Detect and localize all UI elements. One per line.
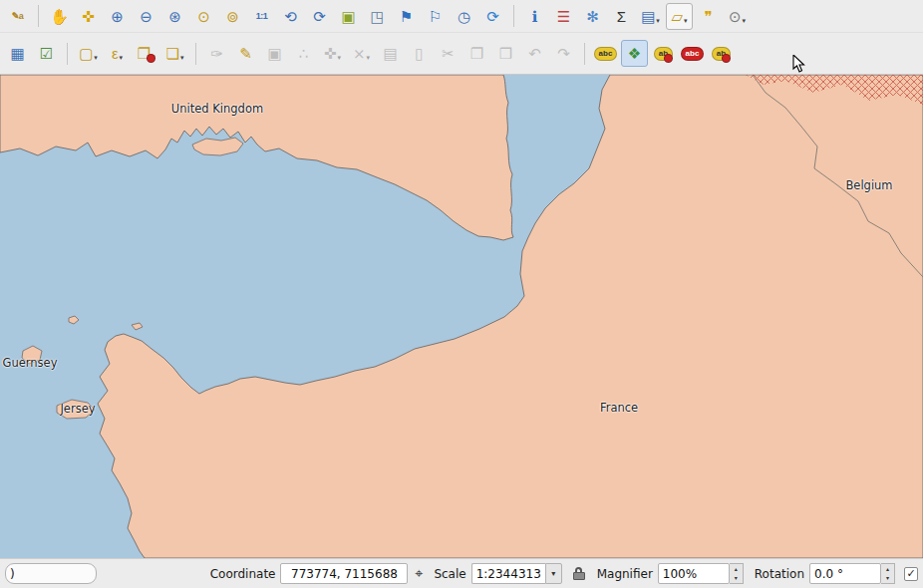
modify-attributes-button: ▤ — [377, 40, 404, 67]
map-label-guernsey: Guernsey — [3, 356, 58, 370]
redo-button: ↷ — [550, 40, 577, 67]
undo-icon: ↶ — [528, 46, 541, 61]
lock-scale-icon[interactable] — [573, 567, 586, 581]
zoom-native-resolution-button[interactable]: 1:1 — [248, 3, 275, 30]
new-map-view-button[interactable]: ▣ — [335, 3, 362, 30]
map-tips-button[interactable]: ❞ — [695, 3, 722, 30]
zoom-to-selection-icon: ⊙ — [197, 9, 210, 24]
map-label-france: France — [600, 401, 638, 415]
digitize-with-curve-button[interactable]: ☑ — [33, 40, 60, 67]
map-navigation-toolbar: ✎a✋✜⊕⊖⊛⊙⊚1:1⟲⟳▣◳⚑⚐◷⟳ℹ☰✻Σ▤▾▱▾❞⊙▾ — [0, 0, 923, 33]
zoom-native-resolution-icon: 1:1 — [256, 12, 268, 21]
copy-features-button: ❐ — [463, 40, 490, 67]
vertex-tool-dropdown-arrow[interactable]: ▾ — [367, 54, 371, 66]
cut-features-icon: ✂ — [442, 46, 455, 61]
pan-to-selection-button[interactable]: ✜ — [75, 3, 102, 30]
zoom-full-button[interactable]: ⊛ — [161, 3, 188, 30]
pin-unpin-labels-button[interactable]: ab — [650, 40, 677, 67]
zoom-in-icon: ⊕ — [111, 9, 124, 24]
measure-button[interactable]: ▱▾ — [666, 3, 693, 30]
select-by-expression-button[interactable]: ε▾ — [104, 40, 131, 67]
magnifier-spin-down-button[interactable]: ▾ — [730, 574, 743, 584]
magnifier-spinbox: ▴ ▾ — [658, 563, 744, 584]
new-map-view-icon: ▣ — [341, 9, 355, 24]
delete-selected-icon: ▯ — [415, 46, 423, 61]
zoom-in-button[interactable]: ⊕ — [104, 3, 131, 30]
map-svg — [0, 75, 923, 558]
pan-map-button[interactable]: ✋ — [46, 3, 73, 30]
delete-selected-button: ▯ — [406, 40, 433, 67]
zoom-out-button[interactable]: ⊖ — [133, 3, 159, 30]
copy-features-icon: ❐ — [470, 46, 483, 61]
deselect-features-button[interactable]: ❐▾ — [133, 40, 159, 67]
highlight-pinned-labels-button[interactable]: abc — [679, 40, 706, 67]
rotation-spin-up-button[interactable]: ▴ — [881, 564, 894, 574]
select-by-value-button[interactable]: ❏▾ — [161, 40, 188, 67]
toggle-editing-button[interactable]: ✎ — [232, 40, 259, 67]
new-3d-map-view-button[interactable]: ◳ — [364, 3, 391, 30]
select-by-value-dropdown-arrow[interactable]: ▾ — [180, 54, 184, 66]
move-label-diagram-red-dot-icon — [722, 54, 731, 63]
select-by-expression-icon: ε — [112, 46, 119, 61]
scale-dropdown-button[interactable]: ▾ — [545, 563, 562, 584]
show-bookmarks-button[interactable]: ⚐ — [422, 3, 449, 30]
rotation-input[interactable] — [809, 563, 881, 584]
select-features-button[interactable]: ▢▾ — [75, 40, 102, 67]
select-by-value-icon: ❏ — [166, 46, 179, 61]
magnifier-input[interactable] — [658, 563, 730, 584]
refresh-button[interactable]: ⟳ — [479, 3, 506, 30]
move-label-diagram-button[interactable]: ab — [708, 40, 735, 67]
save-edits-button: ▣ — [261, 40, 288, 67]
pan-to-selection-icon: ✜ — [82, 9, 95, 24]
new-spatial-bookmark-button[interactable]: ⚑ — [393, 3, 420, 30]
move-feature-dropdown-arrow[interactable]: ▾ — [338, 54, 342, 66]
change-label-icon: ✎a — [12, 12, 24, 21]
statistics-button[interactable]: ☰ — [550, 3, 577, 30]
open-attribute-table-icon: ▤ — [641, 9, 655, 24]
redo-icon: ↷ — [557, 46, 570, 61]
mouse-position-toggle-icon[interactable]: ⌖ — [415, 565, 423, 582]
measure-icon: ▱ — [671, 9, 683, 24]
caret-down-icon: ▾ — [551, 569, 555, 578]
zoom-full-icon: ⊛ — [168, 9, 181, 24]
temporal-controller-button[interactable]: ◷ — [451, 3, 477, 30]
render-checkbox[interactable]: ✓ — [904, 567, 918, 581]
digitizing-labeling-toolbar: ▦☑▢▾ε▾❐▾❏▾✑✎▣∴✜▾⨯▾▤▯✂❐❒↶↷abc❖ababcab — [0, 33, 923, 75]
refresh-icon: ⟳ — [486, 9, 499, 24]
statistical-summary-button[interactable]: Σ — [608, 3, 635, 30]
status-bar: Coordinate ⌖ Scale ▾ Magnifier ▴ ▾ Rotat… — [0, 558, 923, 588]
zoom-to-selection-button[interactable]: ⊙ — [190, 3, 217, 30]
rotation-spin-down-button[interactable]: ▾ — [881, 574, 894, 584]
web-search-button[interactable]: ⊙▾ — [724, 3, 751, 30]
measure-dropdown-arrow[interactable]: ▾ — [684, 17, 688, 29]
change-label-button[interactable]: ✎a — [4, 3, 31, 30]
zoom-next-button[interactable]: ⟳ — [306, 3, 333, 30]
toolbar-separator — [513, 5, 514, 27]
web-search-dropdown-arrow[interactable]: ▾ — [743, 17, 747, 29]
select-by-expression-dropdown-arrow[interactable]: ▾ — [120, 54, 124, 66]
scale-input[interactable] — [471, 563, 545, 584]
coordinate-input[interactable] — [280, 563, 408, 584]
scale-combo: ▾ — [471, 563, 562, 584]
zoom-out-icon: ⊖ — [140, 9, 153, 24]
layer-diagram-options-button[interactable]: ❖ — [621, 40, 648, 67]
checkmark-icon: ✓ — [906, 567, 915, 580]
pan-map-icon: ✋ — [50, 9, 69, 24]
open-attribute-table-button[interactable]: ▤▾ — [637, 3, 664, 30]
current-edits-button[interactable]: ▦ — [4, 40, 31, 67]
locator-input[interactable] — [5, 563, 97, 584]
undo-button: ↶ — [521, 40, 548, 67]
magnifier-label: Magnifier — [597, 567, 653, 581]
identify-features-button[interactable]: ℹ — [521, 3, 548, 30]
zoom-to-layer-icon: ⊚ — [226, 9, 239, 24]
paste-features-icon: ❒ — [499, 46, 512, 61]
open-attribute-table-dropdown-arrow[interactable]: ▾ — [656, 17, 660, 29]
layer-labeling-options-button[interactable]: abc — [592, 40, 619, 67]
toolbar-separator — [195, 43, 196, 65]
processing-toolbox-button[interactable]: ✻ — [579, 3, 606, 30]
zoom-last-button[interactable]: ⟲ — [277, 3, 304, 30]
magnifier-spin-up-button[interactable]: ▴ — [730, 564, 743, 574]
map-canvas[interactable]: United KingdomBelgiumGuernseyJerseyFranc… — [0, 75, 923, 558]
select-features-dropdown-arrow[interactable]: ▾ — [94, 54, 98, 66]
zoom-to-layer-button[interactable]: ⊚ — [219, 3, 246, 30]
